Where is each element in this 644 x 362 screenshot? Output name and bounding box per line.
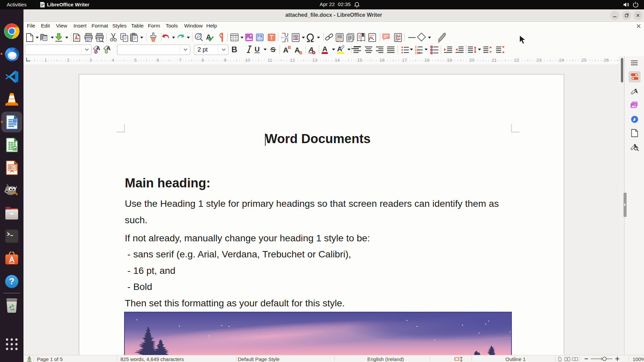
svg-text:2: 2	[67, 58, 69, 63]
svg-text:19: 19	[447, 58, 451, 63]
svg-text:B: B	[288, 45, 291, 50]
svg-text:21: 21	[492, 58, 496, 63]
svg-text:?: ?	[9, 276, 14, 286]
svg-text:9: 9	[224, 58, 226, 63]
svg-text:18: 18	[425, 58, 429, 63]
svg-text:22: 22	[514, 58, 519, 63]
svg-text:A: A	[322, 45, 327, 53]
svg-text:10: 10	[245, 58, 250, 63]
svg-text:1: 1	[45, 58, 47, 63]
svg-text:5: 5	[134, 58, 137, 63]
svg-text:11: 11	[268, 58, 272, 63]
svg-text:4: 4	[112, 58, 114, 63]
svg-text:20: 20	[469, 58, 474, 63]
svg-text:25: 25	[582, 58, 586, 63]
svg-text:17: 17	[402, 58, 407, 63]
svg-text:15: 15	[357, 58, 362, 63]
svg-text:14: 14	[335, 58, 339, 63]
svg-text:6: 6	[157, 58, 159, 63]
svg-text:24: 24	[559, 58, 564, 63]
svg-text:i: i	[351, 39, 352, 42]
svg-text:8: 8	[202, 58, 204, 63]
svg-text:U: U	[255, 45, 260, 53]
svg-text:A: A	[107, 46, 111, 51]
svg-text:7: 7	[179, 58, 181, 63]
svg-text:23: 23	[537, 58, 541, 63]
svg-text:3: 3	[89, 58, 92, 63]
svg-text:12: 12	[290, 58, 294, 63]
svg-text:16: 16	[380, 58, 384, 63]
svg-text:B: B	[231, 45, 237, 54]
svg-text:13: 13	[312, 58, 317, 63]
svg-text:26: 26	[604, 58, 608, 63]
svg-text:A: A	[96, 46, 100, 51]
svg-text:B: B	[299, 50, 302, 55]
